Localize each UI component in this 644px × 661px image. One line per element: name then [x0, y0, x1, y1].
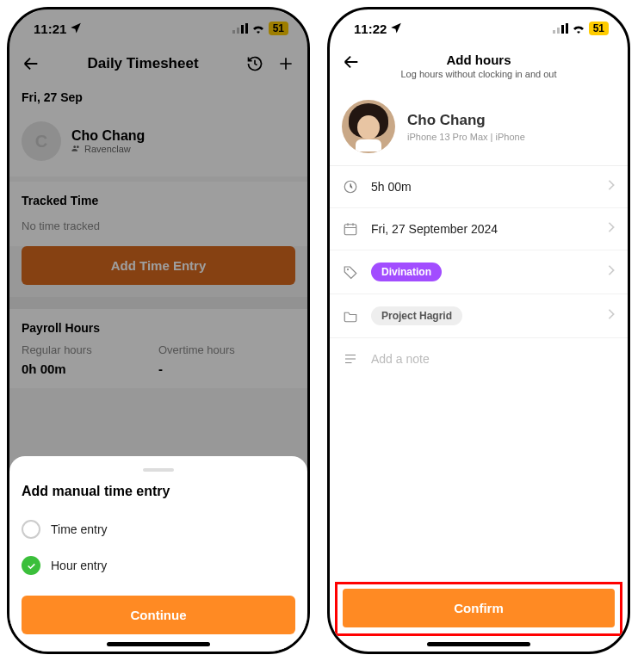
option-label: Hour entry: [51, 559, 107, 572]
svg-rect-4: [553, 30, 555, 34]
add-hours-screen: Add hours Log hours without clocking in …: [330, 47, 628, 652]
phone-right: 11:22 51 Add hours Log hours without clo…: [327, 7, 630, 654]
bottom-sheet: Add manual time entry Time entry Hour en…: [9, 456, 307, 652]
status-bar: 11:22 51: [330, 9, 628, 47]
status-time: 11:22: [354, 22, 387, 36]
home-indicator[interactable]: [107, 642, 210, 646]
project-pill: Project Hagrid: [371, 306, 462, 325]
phone-left: 11:21 51 Daily Timesheet: [7, 7, 310, 654]
sheet-handle[interactable]: [143, 468, 174, 472]
back-arrow-icon[interactable]: [342, 53, 361, 75]
svg-rect-9: [344, 225, 356, 235]
confirm-button[interactable]: Confirm: [343, 589, 615, 627]
user-device: iPhone 13 Pro Max | iPhone: [407, 132, 525, 142]
sheet-title: Add manual time entry: [22, 484, 295, 499]
tag-icon: [342, 263, 359, 281]
duration-value: 5h 00m: [371, 180, 595, 194]
home-indicator[interactable]: [427, 642, 530, 646]
clock-icon: [342, 178, 359, 195]
avatar: [342, 100, 395, 153]
highlight-annotation: Confirm: [335, 582, 622, 636]
folder-icon: [342, 307, 359, 324]
row-tag[interactable]: Divination: [330, 250, 628, 294]
option-hour-entry[interactable]: Hour entry: [22, 547, 295, 584]
row-date[interactable]: Fri, 27 September 2024: [330, 208, 628, 250]
chevron-right-icon: [607, 221, 616, 237]
svg-rect-5: [557, 28, 560, 34]
tag-pill: Divination: [371, 263, 442, 281]
screen-header: Add hours Log hours without clocking in …: [330, 47, 628, 88]
chevron-right-icon: [607, 264, 616, 280]
user-name: Cho Chang: [407, 112, 525, 129]
chevron-right-icon: [607, 179, 616, 195]
svg-rect-7: [566, 23, 568, 34]
note-lines-icon: [342, 350, 359, 368]
note-placeholder: Add a note: [371, 352, 616, 366]
option-time-entry[interactable]: Time entry: [22, 511, 295, 547]
user-header: Cho Chang iPhone 13 Pro Max | iPhone: [330, 88, 628, 166]
page-title: Add hours: [342, 53, 616, 67]
battery-level: 51: [589, 22, 609, 35]
radio-unchecked-icon: [22, 520, 40, 539]
row-project[interactable]: Project Hagrid: [330, 294, 628, 338]
row-duration[interactable]: 5h 00m: [330, 166, 628, 208]
svg-rect-6: [561, 25, 564, 34]
form-list: 5h 00m Fri, 27 September 2024: [330, 166, 628, 380]
chevron-right-icon: [607, 308, 616, 324]
location-arrow-icon: [390, 22, 402, 36]
page-subtitle: Log hours without clocking in and out: [342, 69, 616, 79]
continue-button[interactable]: Continue: [22, 596, 295, 634]
option-label: Time entry: [51, 522, 108, 536]
date-value: Fri, 27 September 2024: [371, 222, 595, 236]
row-note[interactable]: Add a note: [330, 338, 628, 380]
calendar-icon: [342, 220, 359, 238]
svg-point-10: [347, 269, 349, 270]
wifi-icon: [572, 23, 585, 34]
radio-checked-icon: [22, 556, 40, 575]
cellular-signal-icon: [553, 23, 568, 34]
